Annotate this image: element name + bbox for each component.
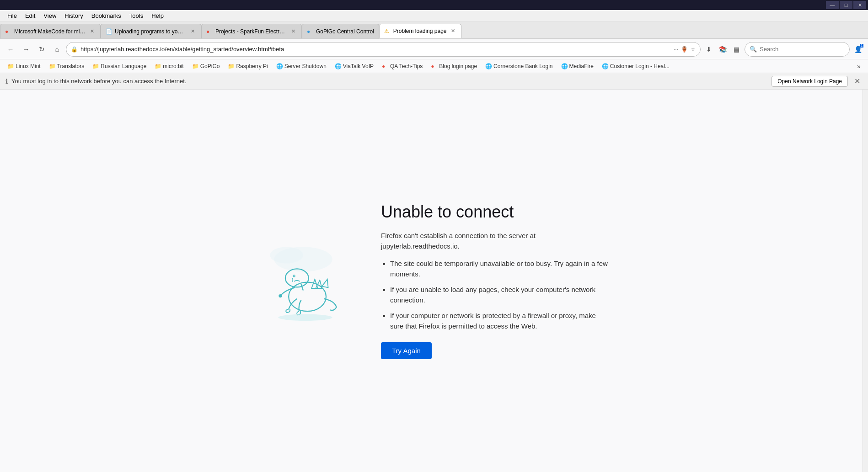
menu-edit[interactable]: Edit xyxy=(21,11,39,20)
bookmark-qa-techtips[interactable]: ● QA Tech-Tips xyxy=(378,62,426,71)
maximize-button[interactable]: □ xyxy=(840,1,852,9)
tab-makecode-close[interactable]: ✕ xyxy=(88,28,96,35)
tab-gopigo-label: GoPiGo Central Control xyxy=(316,28,374,35)
bookmark-russian-label: Russian Language xyxy=(101,63,146,69)
search-bar: 🔍 xyxy=(745,42,850,57)
tab-error-label: Problem loading page xyxy=(393,28,447,34)
bookmark-customer-login-label: Customer Login - Heal... xyxy=(610,63,670,69)
bookmarks-bar: 📁 Linux Mint 📁 Translators 📁 Russian Lan… xyxy=(0,59,868,73)
bookmark-globe-icon: 🌐 xyxy=(276,63,283,69)
url-more-icon: ··· xyxy=(674,46,678,53)
tab-makecode-icon: ● xyxy=(5,28,11,35)
home-button[interactable]: ⌂ xyxy=(50,42,64,56)
notification-bar: ℹ You must log in to this network before… xyxy=(0,73,868,90)
sidebar-button[interactable]: ▤ xyxy=(730,43,743,56)
menu-tools[interactable]: Tools xyxy=(126,11,147,20)
nav-actions: ⬇ 📚 ▤ xyxy=(702,43,743,56)
bookmark-globe-icon: 🌐 xyxy=(335,63,341,69)
bookmarks-more-button[interactable]: » xyxy=(853,61,864,72)
error-bullet-2: If you are unable to load any pages, che… xyxy=(390,285,610,305)
pocket-icon: 🏺 xyxy=(681,46,688,53)
star-icon: ☆ xyxy=(691,46,696,53)
bookmark-linux-mint[interactable]: 📁 Linux Mint xyxy=(4,62,44,71)
url-bar: 🔒 ··· 🏺 ☆ xyxy=(66,42,701,57)
error-bullet-1: The site could be temporarily unavailabl… xyxy=(390,259,610,279)
bookmark-folder-icon: 📁 xyxy=(49,63,55,69)
tab-sparkfun-label: Projects - SparkFun Electronics xyxy=(215,28,287,35)
bookmark-folder-icon: 📁 xyxy=(155,63,161,69)
bookmark-translators-label: Translators xyxy=(57,63,85,69)
forward-button[interactable]: → xyxy=(19,42,33,56)
close-button[interactable]: ✕ xyxy=(853,1,866,9)
menu-view[interactable]: View xyxy=(40,11,60,20)
scrollbar-track[interactable] xyxy=(863,90,868,472)
bookmark-folder-icon: 📁 xyxy=(7,63,14,69)
tab-uploading-close[interactable]: ✕ xyxy=(189,28,196,35)
bookmark-raspberry-label: Raspberry Pi xyxy=(236,63,268,69)
menu-help[interactable]: Help xyxy=(148,11,167,20)
error-illustration xyxy=(253,234,354,327)
bookmark-server-label: Server Shutdown xyxy=(284,63,327,69)
download-button[interactable]: ⬇ xyxy=(702,43,715,56)
bookmark-cornerstone-label: Cornerstone Bank Login xyxy=(493,63,552,69)
bookmark-raspberry[interactable]: 📁 Raspberry Pi xyxy=(224,62,271,71)
secure-icon: 🔒 xyxy=(71,46,78,53)
notification-badge: 1 xyxy=(860,44,863,48)
menu-bookmarks[interactable]: Bookmarks xyxy=(88,11,125,20)
window-titlebar: — □ ✕ xyxy=(0,0,868,10)
menu-bar: File Edit View History Bookmarks Tools H… xyxy=(0,10,868,22)
bookmark-server-shutdown[interactable]: 🌐 Server Shutdown xyxy=(273,62,330,71)
tab-makecode[interactable]: ● Microsoft MakeCode for micr... ✕ xyxy=(0,24,101,38)
window-controls: — □ ✕ xyxy=(826,1,866,9)
reload-button[interactable]: ↻ xyxy=(35,42,48,56)
menu-file[interactable]: File xyxy=(4,11,21,20)
bookmark-site-icon: ● xyxy=(382,63,388,69)
tab-sparkfun-close[interactable]: ✕ xyxy=(289,28,297,35)
tab-sparkfun-icon: ● xyxy=(206,28,213,35)
error-description: Firefox can't establish a connection to … xyxy=(381,231,610,251)
tab-error-close[interactable]: ✕ xyxy=(449,27,456,35)
try-again-button[interactable]: Try Again xyxy=(381,342,432,359)
bookmark-globe-icon: 🌐 xyxy=(485,63,492,69)
bookmark-translators[interactable]: 📁 Translators xyxy=(45,62,88,71)
bookmark-site-icon: ● xyxy=(431,63,437,69)
bookmark-mediafire-label: MediaFire xyxy=(569,63,594,69)
bookmark-microbit[interactable]: 📁 micro:bit xyxy=(151,62,187,71)
bookmark-viatalk[interactable]: 🌐 ViaTalk VoIP xyxy=(331,62,377,71)
bookmark-customer-login[interactable]: 🌐 Customer Login - Heal... xyxy=(598,62,673,71)
error-text-block: Unable to connect Firefox can't establis… xyxy=(381,202,610,359)
bookmark-gopigo-label: GoPiGo xyxy=(200,63,220,69)
tab-sparkfun[interactable]: ● Projects - SparkFun Electronics ✕ xyxy=(201,24,302,38)
bookmark-folder-icon: 📁 xyxy=(92,63,99,69)
dino-svg xyxy=(253,234,354,326)
bookmark-blog-login[interactable]: ● Blog login page xyxy=(427,62,481,71)
error-title: Unable to connect xyxy=(381,202,610,222)
bookmark-blog-label: Blog login page xyxy=(439,63,477,69)
bookmark-folder-icon: 📁 xyxy=(228,63,234,69)
extensions-button[interactable]: 👤 1 xyxy=(852,43,864,56)
bookmark-russian[interactable]: 📁 Russian Language xyxy=(89,62,150,71)
menu-history[interactable]: History xyxy=(61,11,86,20)
svg-point-9 xyxy=(294,276,295,277)
tab-gopigo[interactable]: ● GoPiGo Central Control xyxy=(302,24,379,38)
synced-tabs-button[interactable]: 📚 xyxy=(716,43,729,56)
notification-close-button[interactable]: ✕ xyxy=(852,76,863,87)
tab-error[interactable]: ⚠ Problem loading page ✕ xyxy=(379,24,462,38)
bookmark-gopigo[interactable]: 📁 GoPiGo xyxy=(188,62,224,71)
bookmark-qa-label: QA Tech-Tips xyxy=(390,63,423,69)
tab-uploading[interactable]: 📄 Uploading programs to your m... ✕ xyxy=(101,24,201,38)
url-input[interactable] xyxy=(80,46,671,53)
tab-uploading-label: Uploading programs to your m... xyxy=(115,28,186,35)
tab-gopigo-icon: ● xyxy=(307,28,313,35)
bookmark-globe-icon: 🌐 xyxy=(561,63,568,69)
bookmark-microbit-label: micro:bit xyxy=(163,63,183,69)
back-button[interactable]: ← xyxy=(4,42,17,56)
error-page: Unable to connect Firefox can't establis… xyxy=(235,184,628,377)
bookmark-mediafire[interactable]: 🌐 MediaFire xyxy=(557,62,597,71)
minimize-button[interactable]: — xyxy=(826,1,839,9)
error-bullet-3: If your computer or network is protected… xyxy=(390,311,610,331)
notification-text: You must log in to this network before y… xyxy=(11,78,768,85)
search-input[interactable] xyxy=(760,46,845,53)
bookmark-cornerstone[interactable]: 🌐 Cornerstone Bank Login xyxy=(482,62,556,71)
open-network-login-button[interactable]: Open Network Login Page xyxy=(772,76,848,87)
